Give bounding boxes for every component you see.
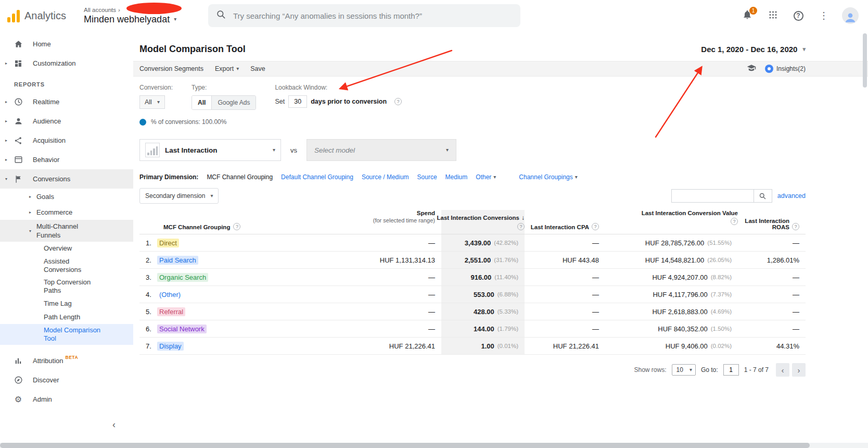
expander-icon[interactable]: ▸	[5, 61, 13, 66]
lookback-days-input[interactable]	[288, 95, 307, 108]
channel-chip[interactable]: Organic Search	[157, 273, 208, 282]
header-last-interaction-conversion-value[interactable]: Last Interaction Conversion Value ?	[605, 210, 738, 234]
type-google-ads-button[interactable]: Google Ads	[212, 96, 256, 109]
sidebar-collapse-button[interactable]: ‹	[112, 419, 116, 430]
horizontal-scrollbar-thumb[interactable]	[0, 443, 810, 448]
sidebar-item-acquisition[interactable]: ▸ Acquisition	[0, 131, 133, 150]
expander-icon[interactable]: ▸	[29, 210, 36, 215]
sidebar-item-customization[interactable]: ▸ Customization	[0, 54, 133, 73]
show-rows-select[interactable]: 10 ▾	[672, 364, 696, 376]
sidebar-item-model-comparison-tool[interactable]: Model Comparison Tool	[0, 324, 133, 345]
channel-cell: (Other)	[157, 286, 345, 303]
expander-icon[interactable]: ▾	[29, 229, 36, 233]
help-icon[interactable]: ?	[592, 223, 599, 230]
help-button[interactable]: ?	[791, 8, 806, 23]
home-icon	[13, 39, 23, 49]
sidebar-item-behavior[interactable]: ▸ Behavior	[0, 150, 133, 169]
dimension-medium[interactable]: Medium	[445, 173, 468, 181]
sidebar-item-conversions[interactable]: ▾ Conversions	[0, 169, 133, 189]
header-last-interaction-cpa[interactable]: Last Interaction CPA ?	[525, 210, 605, 234]
global-search[interactable]	[208, 4, 520, 27]
channel-chip[interactable]: Referral	[157, 307, 185, 316]
header-spend[interactable]: Spend (for selected time range)	[345, 210, 441, 234]
channel-chip[interactable]: (Other)	[157, 290, 183, 299]
model-select-1[interactable]: Last Interaction ▾	[139, 139, 281, 161]
sidebar-item-ecommerce[interactable]: ▸ Ecommerce	[0, 204, 133, 220]
sidebar-item-label: Audience	[33, 117, 133, 125]
advanced-link[interactable]: advanced	[777, 192, 806, 200]
channel-groupings-menu[interactable]: Channel Groupings ▾	[519, 173, 577, 181]
expander-icon[interactable]: ▸	[5, 99, 13, 104]
education-cap-icon[interactable]	[746, 64, 757, 74]
conversion-segments-button[interactable]: Conversion Segments	[139, 65, 203, 72]
sidebar-item-assisted-conversions[interactable]: Assisted Conversions	[0, 255, 133, 276]
sidebar-item-audience[interactable]: ▸ Audience	[0, 111, 133, 131]
save-button[interactable]: Save	[250, 65, 265, 72]
search-input[interactable]	[233, 11, 504, 20]
apps-grid-button[interactable]	[765, 8, 780, 23]
insights-button[interactable]: Insights(2)	[765, 65, 806, 73]
export-button[interactable]: Export ▾	[215, 65, 239, 72]
help-icon[interactable]: ?	[517, 223, 525, 230]
help-icon[interactable]: ?	[792, 223, 799, 230]
sidebar-item-path-length[interactable]: Path Length	[0, 310, 133, 324]
expander-icon[interactable]: ▸	[5, 138, 13, 143]
table-row[interactable]: 5. Referral — 428.00(5.33%) — HUF 2,618,…	[139, 303, 806, 320]
notifications-button[interactable]: 1	[740, 8, 755, 23]
expander-icon[interactable]: ▸	[5, 157, 13, 162]
channel-chip[interactable]: Social Network	[157, 325, 207, 333]
table-search-button[interactable]	[754, 189, 772, 203]
table-row[interactable]: 1. Direct — 3,439.00(42.82%) — HUF 28,78…	[139, 234, 806, 252]
channel-chip[interactable]: Direct	[157, 239, 179, 247]
user-avatar[interactable]	[842, 7, 859, 24]
goto-page-input[interactable]	[723, 364, 739, 376]
breadcrumb[interactable]: All accounts ›	[84, 7, 176, 13]
sidebar-item-attribution[interactable]: Attribution BETA	[0, 351, 133, 370]
sidebar-item-discover[interactable]: Discover	[0, 370, 133, 390]
account-selector[interactable]: Minden webhelyadat ▾	[84, 14, 176, 25]
sidebar-item-time-lag[interactable]: Time Lag	[0, 297, 133, 310]
expander-icon[interactable]: ▸	[5, 119, 13, 123]
channel-chip[interactable]: Paid Search	[157, 256, 198, 265]
table-row[interactable]: 4. (Other) — 553.00(6.88%) — HUF 4,117,7…	[139, 286, 806, 303]
help-icon[interactable]: ?	[731, 218, 738, 225]
expander-icon[interactable]: ▾	[5, 177, 13, 181]
dimension-mcf-channel-grouping[interactable]: MCF Channel Grouping	[207, 173, 273, 181]
dimension-source[interactable]: Source	[417, 173, 437, 181]
dimension-source-medium[interactable]: Source / Medium	[362, 173, 409, 181]
sidebar-item-admin[interactable]: ⚙ Admin	[0, 390, 133, 409]
sidebar-item-goals[interactable]: ▸ Goals	[0, 189, 133, 204]
type-all-button[interactable]: All	[192, 96, 212, 109]
dimension-default-channel-grouping[interactable]: Default Channel Grouping	[281, 173, 353, 181]
date-range-selector[interactable]: Dec 1, 2020 - Dec 16, 2020 ▾	[701, 45, 806, 54]
expander-icon[interactable]: ▸	[29, 194, 36, 199]
header-last-interaction-roas[interactable]: Last Interaction ROAS ?	[738, 210, 806, 234]
analytics-logo[interactable]: Analytics	[0, 9, 66, 22]
sidebar-item-top-conversion-paths[interactable]: Top Conversion Paths	[0, 276, 133, 297]
sidebar-item-realtime[interactable]: ▸ Realtime	[0, 92, 133, 111]
channel-chip[interactable]: Display	[157, 342, 184, 351]
conversion-select[interactable]: All ▾	[139, 95, 165, 109]
help-icon[interactable]: ?	[394, 98, 402, 105]
value-cell: HUF 28,785,726.00(51.55%)	[605, 234, 738, 251]
table-row[interactable]: 7. Display HUF 21,226.41 1.00(0.01%) HUF…	[139, 338, 806, 355]
table-row[interactable]: 3. Organic Search — 916.00(11.40%) — HUF…	[139, 269, 806, 286]
horizontal-scrollbar-track[interactable]	[0, 443, 868, 448]
vertical-scrollbar[interactable]	[863, 33, 867, 88]
header-last-interaction-conversions[interactable]: Last Interaction Conversions ↓ ?	[441, 210, 525, 234]
secondary-dimension-button[interactable]: Secondary dimension ▾	[139, 188, 219, 204]
next-page-button[interactable]: ›	[792, 363, 806, 377]
table-row[interactable]: 6. Social Network — 144.00(1.79%) — HUF …	[139, 320, 806, 338]
help-icon[interactable]: ?	[233, 223, 240, 230]
table-row[interactable]: 2. Paid Search HUF 1,131,314.13 2,551.00…	[139, 252, 806, 269]
header-mcf-channel-grouping[interactable]: MCF Channel Grouping ?	[157, 210, 345, 234]
previous-page-button[interactable]: ‹	[776, 363, 789, 377]
model-select-2[interactable]: Select model ▾	[307, 139, 456, 161]
more-options-button[interactable]: ⋮	[816, 8, 831, 23]
sidebar-item-multi-channel-funnels[interactable]: ▾ Multi-Channel Funnels	[0, 220, 133, 242]
table-search-input[interactable]	[671, 189, 754, 203]
dimension-other[interactable]: Other ▾	[476, 173, 496, 181]
sidebar-item-home[interactable]: Home	[0, 34, 133, 54]
chevron-down-icon: ▾	[446, 147, 449, 153]
sidebar-item-overview[interactable]: Overview	[0, 242, 133, 255]
